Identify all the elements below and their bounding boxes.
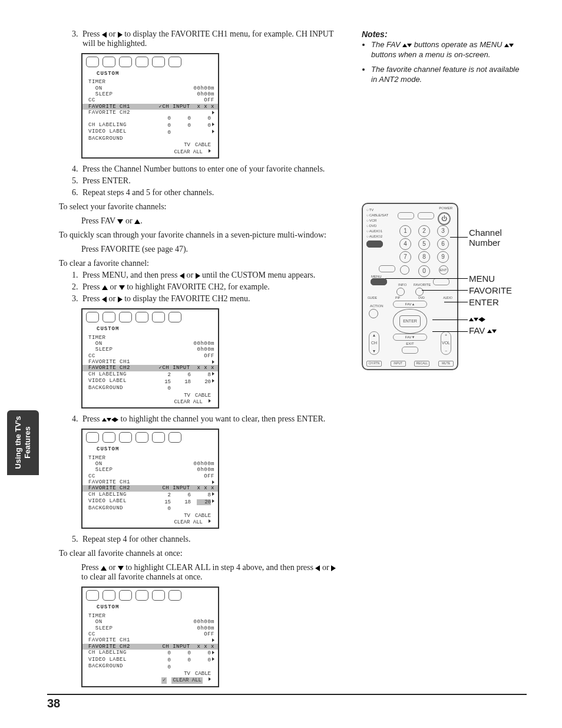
main-column: Press or to display the FAVORITE CH1 men…	[59, 29, 342, 693]
remote-num-6: 6	[437, 238, 449, 250]
remote-num-2: 2	[418, 225, 430, 237]
remote-fav-down: FAV▼	[393, 334, 427, 341]
remote-vol-rocker: +VOL−	[441, 331, 451, 355]
step-5: Press ENTER.	[80, 176, 342, 186]
down-icon	[509, 44, 514, 47]
remote-power-label: POWER	[439, 206, 452, 210]
remote-mode-button	[366, 241, 383, 248]
left-icon	[102, 297, 107, 302]
remote-favorite-button	[415, 288, 424, 296]
up-icon	[102, 418, 107, 421]
remote-action-button	[369, 309, 378, 318]
remote-enter-button: ENTER	[399, 315, 421, 327]
remote-fav-up: FAV▲	[393, 301, 427, 308]
notes-list: The FAV buttons operate as MENU buttons …	[362, 40, 527, 85]
clear-intro: To clear a favorite channel:	[59, 259, 342, 268]
remote-num-8: 8	[418, 251, 430, 263]
remote-power-button: ⏻	[438, 212, 451, 225]
down-icon	[117, 219, 123, 224]
remote-menu-button	[371, 278, 387, 285]
right-icon	[196, 273, 200, 279]
remote-tvvid-button	[379, 265, 395, 272]
clearall-body: Press or to highlight CLEAR ALL in step …	[81, 563, 342, 582]
up-icon	[504, 44, 509, 47]
right-icon	[118, 297, 123, 302]
section-tab: Using the TV's Features	[7, 410, 39, 475]
up-icon	[134, 219, 140, 224]
right-icon	[118, 32, 123, 38]
remote-100-button	[400, 265, 409, 275]
footer-rule	[47, 694, 527, 695]
remote-exit-button	[402, 347, 418, 354]
clear-step-5: Repeat step 4 for other channels.	[80, 535, 342, 544]
page-number: 38	[47, 697, 60, 710]
remote-num-0: 0	[418, 265, 430, 277]
clear-steps-cont: Press to highlight the channel you want …	[59, 414, 342, 424]
callout-menu: MENU	[469, 274, 495, 284]
clear-step-5-list: Repeat step 4 for other channels.	[59, 535, 342, 544]
up-icon	[402, 44, 407, 47]
step-6: Repeat steps 4 and 5 for other channels.	[80, 188, 342, 197]
scan-intro: To quickly scan through your favorite ch…	[59, 230, 342, 240]
remote-num-7: 7	[399, 251, 411, 263]
callout-favorite: FAVORITE	[469, 285, 512, 295]
remote-bottom-row: CH RTN INPUT RECALL MUTE	[366, 361, 454, 367]
remote-ent-button: ENT	[439, 265, 448, 275]
remote-num-3: 3	[437, 225, 449, 237]
remote-theater-button	[433, 278, 449, 285]
step-3: Press or to display the FAVORITE CH1 men…	[80, 29, 342, 48]
note-1: The FAV buttons operate as MENU buttons …	[371, 40, 527, 60]
side-column: Notes: The FAV buttons operate as MENU b…	[362, 29, 527, 370]
remote-num-5: 5	[418, 238, 430, 250]
left-icon	[102, 32, 107, 38]
down-icon	[119, 285, 125, 290]
callout-channel-number: Channel Number	[469, 228, 502, 248]
remote-diagram: TVCABLE/SATVCR DVDAUDIO1AUDIO2 POWER ⏻ 1…	[362, 203, 527, 370]
down-icon	[118, 566, 124, 571]
remote-light-button	[398, 212, 414, 219]
select-body: Press FAV or .	[81, 216, 342, 226]
clear-step-3: Press or to display the FAVORITE CH2 men…	[80, 294, 342, 304]
remote-ch-rocker: ▲CH▼	[369, 331, 379, 355]
osd-menu-2: CUSTOM TIMER ON00h00m SLEEP0h00m CCOFF F…	[81, 308, 219, 409]
notes-heading: Notes:	[362, 29, 527, 39]
callout-fav: FAV	[469, 325, 497, 335]
steps-top-cont: Press the Channel Number buttons to ente…	[59, 164, 342, 197]
clear-step-4: Press to highlight the channel you want …	[80, 414, 342, 424]
note-2: The favorite channel feature is not avai…	[371, 65, 527, 85]
remote-mode-list: TVCABLE/SATVCR DVDAUDIO1AUDIO2	[366, 207, 388, 248]
remote-num-4: 4	[399, 238, 411, 250]
scan-body: Press FAVORITE (see page 47).	[81, 245, 342, 254]
clear-step-1: Press MENU, and then press or until the …	[80, 271, 342, 280]
remote-body: TVCABLE/SATVCR DVDAUDIO1AUDIO2 POWER ⏻ 1…	[362, 203, 458, 370]
clear-steps: Press MENU, and then press or until the …	[59, 271, 342, 304]
remote-num-1: 1	[399, 225, 411, 237]
osd-menu-4: CUSTOM TIMER ON00h00m SLEEP0h00m CCOFF F…	[81, 587, 219, 687]
up-icon	[102, 285, 108, 290]
clearall-intro: To clear all favorite channels at once:	[59, 549, 342, 558]
remote-num-9: 9	[437, 251, 449, 263]
callout-arrows	[469, 314, 485, 324]
clear-step-2: Press or to highlight FAVORITE CH2, for …	[80, 282, 342, 292]
remote-sleep-button	[418, 212, 434, 219]
remote-info-button	[396, 288, 405, 296]
step-4: Press the Channel Number buttons to ente…	[80, 164, 342, 174]
down-icon	[107, 418, 111, 421]
callout-enter: ENTER	[469, 297, 499, 307]
select-intro: To select your favorite channels:	[59, 202, 342, 212]
up-icon	[101, 566, 107, 571]
osd-menu-3: CUSTOM TIMER ON00h00m SLEEP0h00m CCOFF F…	[81, 429, 219, 529]
right-icon	[331, 565, 336, 571]
steps-top: Press or to display the FAVORITE CH1 men…	[59, 29, 342, 48]
osd-menu-1: CUSTOM TIMER ON00h00m SLEEP0h00m CCOFF F…	[81, 53, 219, 159]
remote-dpad: ENTER	[393, 309, 427, 334]
left-icon	[180, 273, 184, 279]
